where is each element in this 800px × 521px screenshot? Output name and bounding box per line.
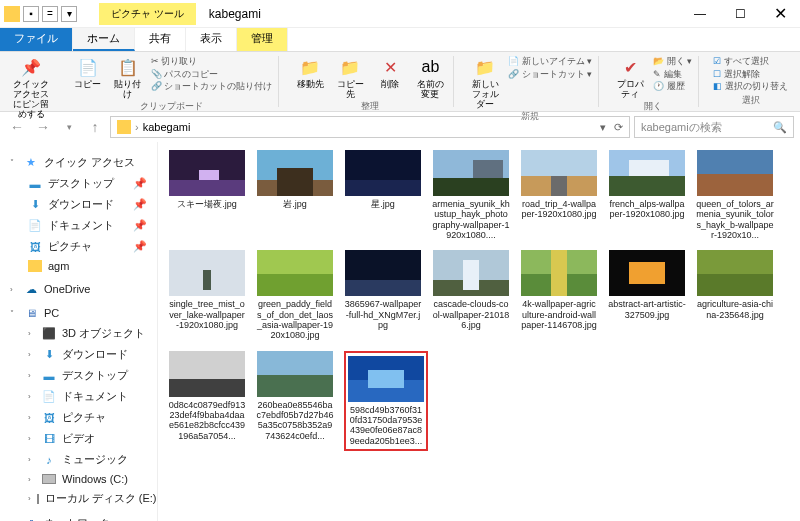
copy-path-button[interactable]: 📎 パスのコピー [151, 69, 273, 81]
file-item[interactable]: 260bea0e85546bac7ebdf05b7d27b465a35c0758… [256, 351, 334, 451]
forward-button[interactable]: → [32, 116, 54, 138]
maximize-button[interactable]: ☐ [720, 0, 760, 28]
delete-icon: ✕ [379, 56, 401, 78]
file-item[interactable]: abstract-art-artistic-327509.jpg [608, 250, 686, 340]
sidebar-3d-objects[interactable]: ›⬛3D オブジェクト [0, 323, 157, 344]
qat-button[interactable]: ▪ [23, 6, 39, 22]
tab-manage[interactable]: 管理 [237, 28, 288, 51]
refresh-icon[interactable]: ⟳ [614, 121, 623, 134]
new-folder-button[interactable]: 📁新しいフォルダー [468, 56, 502, 110]
cut-icon: ✂ [151, 56, 159, 66]
file-item[interactable]: single_tree_mist_over_lake-wallpaper-192… [168, 250, 246, 340]
file-item[interactable]: 598cd49b3760f310fd31750da7953e439e0fe06e… [344, 351, 428, 451]
sidebar-drive-c[interactable]: ›Windows (C:) [0, 470, 157, 488]
path-icon: 📎 [151, 69, 162, 79]
file-item[interactable]: 星.jpg [344, 150, 422, 240]
file-item[interactable]: agriculture-asia-china-235648.jpg [696, 250, 774, 340]
sidebar-videos[interactable]: ›🎞ビデオ [0, 428, 157, 449]
file-item[interactable]: road_trip_4-wallpaper-1920x1080.jpg [520, 150, 598, 240]
select-none-button[interactable]: ☐ 選択解除 [713, 69, 788, 81]
open-icon: 📂 [653, 56, 664, 66]
sidebar-downloads-pc[interactable]: ›⬇ダウンロード [0, 344, 157, 365]
new-item-button[interactable]: 📄 新しいアイテム ▾ [508, 56, 592, 68]
open-button[interactable]: 📂 開く ▾ [653, 56, 692, 68]
rename-button[interactable]: ab名前の変更 [413, 56, 447, 100]
paste-shortcut-button[interactable]: 🔗 ショートカットの貼り付け [151, 81, 273, 93]
tab-home[interactable]: ホーム [73, 28, 135, 51]
file-item[interactable]: 3865967-wallpaper-full-hd_XNgM7er.jpg [344, 250, 422, 340]
shortcut-icon: 🔗 [151, 81, 162, 91]
properties-button[interactable]: ✔プロパティ [613, 56, 647, 100]
3d-icon: ⬛ [42, 327, 56, 341]
file-item[interactable]: 4k-wallpaper-agriculture-android-wallpap… [520, 250, 598, 340]
file-item[interactable]: armenia_syunik_khustup_hayk_photography-… [432, 150, 510, 240]
file-item[interactable]: green_paddy_fields_of_don_det_laos_asia-… [256, 250, 334, 340]
sidebar-documents[interactable]: 📄ドキュメント📌 [0, 215, 157, 236]
copy-to-button[interactable]: 📁コピー先 [333, 56, 367, 100]
tab-share[interactable]: 共有 [135, 28, 186, 51]
file-thumbnail [348, 356, 424, 402]
sidebar-desktop[interactable]: ▬デスクトップ📌 [0, 173, 157, 194]
delete-button[interactable]: ✕削除 [373, 56, 407, 90]
select-all-button[interactable]: ☑ すべて選択 [713, 56, 788, 68]
search-field[interactable]: kabegamiの検索 🔍 [634, 116, 794, 138]
sidebar-pictures-pc[interactable]: ›🖼ピクチャ [0, 407, 157, 428]
new-shortcut-button[interactable]: 🔗 ショートカット ▾ [508, 69, 592, 81]
tab-view[interactable]: 表示 [186, 28, 237, 51]
history-button[interactable]: 🕐 履歴 [653, 81, 692, 93]
paste-button[interactable]: 📋 貼り付け [111, 56, 145, 100]
back-button[interactable]: ← [6, 116, 28, 138]
file-thumbnail [521, 150, 597, 196]
svg-rect-38 [257, 375, 333, 397]
file-thumbnail [609, 150, 685, 196]
group-label: クリップボード [71, 100, 273, 113]
invert-selection-button[interactable]: ◧ 選択の切り替え [713, 81, 788, 93]
contextual-tool-label: ピクチャ ツール [99, 3, 196, 25]
file-thumbnail [257, 250, 333, 296]
file-item[interactable]: 岩.jpg [256, 150, 334, 240]
sidebar-pictures[interactable]: 🖼ピクチャ📌 [0, 236, 157, 257]
sidebar-downloads[interactable]: ⬇ダウンロード📌 [0, 194, 157, 215]
sidebar-agm[interactable]: agm [0, 257, 157, 275]
file-item[interactable]: スキー場夜.jpg [168, 150, 246, 240]
disk-icon [37, 494, 39, 504]
folder-icon [117, 120, 131, 134]
sidebar-onedrive[interactable]: ›☁OneDrive [0, 279, 157, 299]
edit-button[interactable]: ✎ 編集 [653, 69, 692, 81]
move-to-button[interactable]: 📁移動先 [293, 56, 327, 90]
pin-quick-access-button[interactable]: 📌 クイック アクセスにピン留めする [12, 56, 51, 120]
sidebar-quick-access[interactable]: ˅★クイック アクセス [0, 152, 157, 173]
copy-button[interactable]: 📄 コピー [71, 56, 105, 90]
file-list[interactable]: スキー場夜.jpg岩.jpg星.jpgarmenia_syunik_khustu… [158, 142, 800, 521]
document-icon: 📄 [42, 390, 56, 404]
sidebar-pc[interactable]: ˅🖥PC [0, 303, 157, 323]
file-item[interactable]: french_alps-wallpaper-1920x1080.jpg [608, 150, 686, 240]
file-item[interactable]: 0d8c4c0879edf91323def4f9baba4daae561e82b… [168, 351, 246, 451]
path-segment[interactable]: kabegami [143, 121, 191, 133]
svg-rect-9 [433, 178, 509, 196]
minimize-button[interactable]: — [680, 0, 720, 28]
qat-button[interactable]: = [42, 6, 58, 22]
new-folder-icon: 📁 [474, 56, 496, 78]
close-button[interactable]: ✕ [760, 0, 800, 28]
music-icon: ♪ [42, 453, 56, 467]
svg-rect-10 [473, 160, 503, 178]
svg-rect-27 [463, 260, 479, 290]
up-button[interactable]: ↑ [84, 116, 106, 138]
cut-button[interactable]: ✂ 切り取り [151, 56, 273, 68]
address-field[interactable]: › kabegami ▾ ⟳ [110, 116, 630, 138]
sidebar-desktop-pc[interactable]: ›▬デスクトップ [0, 365, 157, 386]
address-dropdown-icon[interactable]: ▾ [600, 121, 606, 134]
qat-dropdown[interactable]: ▾ [61, 6, 77, 22]
svg-rect-2 [199, 170, 219, 180]
file-item[interactable]: queen_of_tolors_armenia_syunik_tolors_ha… [696, 150, 774, 240]
sidebar-music[interactable]: ›♪ミュージック [0, 449, 157, 470]
sidebar-documents-pc[interactable]: ›📄ドキュメント [0, 386, 157, 407]
recent-button[interactable]: ▾ [58, 116, 80, 138]
file-item[interactable]: cascade-clouds-cool-wallpaper-210186.jpg [432, 250, 510, 340]
file-thumbnail [433, 250, 509, 296]
svg-rect-36 [169, 379, 245, 397]
sidebar-drive-e[interactable]: ›ローカル ディスク (E:) [0, 488, 157, 509]
tab-file[interactable]: ファイル [0, 28, 73, 51]
sidebar-network[interactable]: ›🖧ネットワーク [0, 513, 157, 521]
